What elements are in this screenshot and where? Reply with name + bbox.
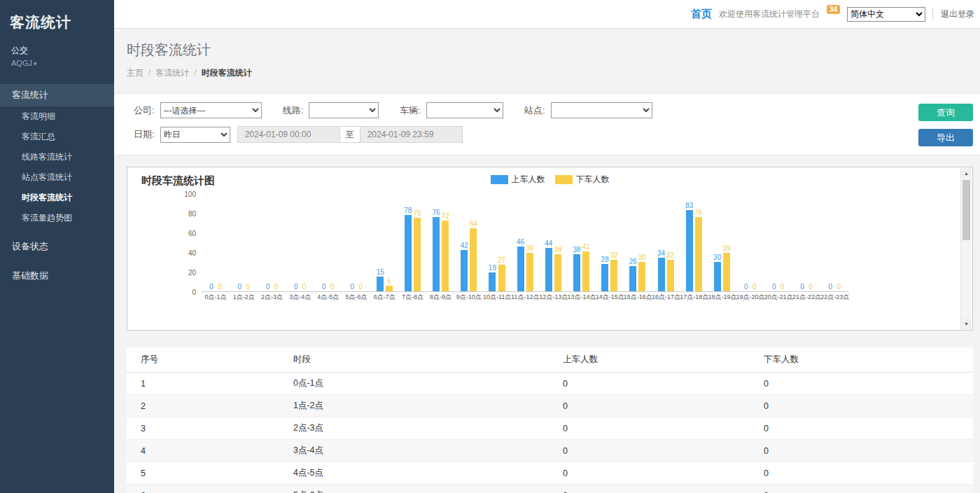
bar[interactable]: [610, 260, 617, 291]
bar-value-label: 0: [218, 283, 222, 291]
home-link[interactable]: 首页: [691, 8, 712, 21]
y-axis-tick: 100: [184, 190, 196, 198]
date-range-separator: 至: [340, 126, 360, 143]
date-from-input[interactable]: [237, 126, 340, 143]
chart-title: 时段车流统计图: [141, 174, 215, 186]
notification-badge[interactable]: 34: [827, 5, 840, 14]
table-cell: 0: [758, 373, 973, 395]
company-select[interactable]: ---请选择---: [160, 102, 262, 118]
bar[interactable]: [667, 260, 674, 291]
table-cell: 0: [557, 462, 758, 485]
table-header: 下车人数: [758, 347, 973, 373]
bar-pair: 00: [764, 194, 792, 292]
export-button[interactable]: 导出: [918, 129, 973, 146]
bar-column: 75: [413, 209, 421, 291]
bar[interactable]: [714, 262, 721, 291]
bar[interactable]: [470, 228, 477, 291]
bar[interactable]: [386, 286, 393, 291]
date-to-input[interactable]: [360, 126, 463, 143]
language-select[interactable]: 简体中文: [847, 7, 925, 22]
table-cell: 4: [127, 440, 288, 462]
sidebar-account-name: AQGJ: [11, 59, 32, 67]
x-axis-label: 2点-3点: [258, 292, 286, 302]
bar[interactable]: [442, 221, 449, 291]
sidebar-account-dropdown[interactable]: AQGJ▾: [0, 57, 114, 67]
sidebar-item[interactable]: 客流量趋势图: [0, 208, 114, 228]
bar-value-label: 64: [470, 220, 477, 228]
scrollbar-track[interactable]: [961, 179, 972, 319]
bar[interactable]: [526, 253, 533, 291]
table-header: 上车人数: [557, 347, 758, 373]
bar[interactable]: [405, 215, 412, 291]
page-title: 时段客流统计: [127, 41, 973, 60]
bar-column: 30: [713, 254, 721, 291]
bar[interactable]: [461, 250, 468, 291]
page-head: 时段客流统计 主页/客流统计/时段客流统计: [114, 29, 980, 93]
date-preset-select[interactable]: 昨日: [160, 127, 230, 143]
bar[interactable]: [582, 251, 589, 291]
query-button[interactable]: 查询: [918, 104, 973, 121]
bar[interactable]: [554, 254, 561, 291]
vehicle-select[interactable]: [426, 102, 503, 118]
bar-value-label: 34: [657, 249, 665, 257]
legend-item[interactable]: 下车人数: [555, 174, 610, 186]
chart-category-group: 002点-3点: [258, 194, 286, 302]
bar-column: 0: [779, 283, 786, 291]
legend-label: 下车人数: [576, 174, 610, 186]
bar[interactable]: [629, 266, 636, 291]
sidebar-item[interactable]: 时段客流统计: [0, 188, 114, 208]
scrollbar-thumb[interactable]: [962, 180, 970, 240]
bar[interactable]: [686, 210, 693, 291]
bar[interactable]: [517, 246, 524, 291]
bar[interactable]: [498, 265, 505, 291]
bar-value-label: 0: [752, 283, 757, 291]
bar-value-label: 0: [246, 283, 251, 291]
bar[interactable]: [433, 217, 440, 291]
legend-item[interactable]: 上车人数: [491, 174, 545, 186]
sidebar-item[interactable]: 线路客流统计: [0, 147, 114, 167]
breadcrumb-item[interactable]: 主页: [127, 68, 144, 78]
table-cell: 0: [557, 440, 758, 462]
y-axis-tick: 20: [188, 269, 196, 277]
bar[interactable]: [414, 218, 421, 291]
bar[interactable]: [573, 254, 580, 291]
bar[interactable]: [377, 277, 384, 291]
sidebar-item[interactable]: 客流明细: [0, 106, 114, 127]
x-axis-label: 19点-20点: [736, 292, 764, 302]
bar-column: 19: [489, 264, 496, 291]
line-select[interactable]: [309, 102, 379, 118]
sidebar-section-2[interactable]: 基础数据: [0, 265, 114, 287]
bar[interactable]: [723, 253, 730, 291]
bar[interactable]: [695, 217, 702, 291]
data-table-card: 序号时段上车人数下车人数 10点-1点0021点-2点0032点-3点0043点…: [127, 347, 973, 493]
chart-category-group: 192710点-11点: [483, 194, 511, 302]
bar[interactable]: [638, 262, 645, 291]
legend-label: 上车人数: [512, 174, 545, 186]
bar-column: 76: [694, 209, 702, 291]
bar-value-label: 19: [489, 264, 496, 272]
chart-card: 时段车流统计图 上车人数下车人数 020406080100 000点-1点001…: [127, 167, 973, 331]
main-area: 首页 欢迎使用客流统计管理平台 34 简体中文 退出登录 时段客流统计 主页/客…: [114, 0, 980, 493]
chart-scrollbar[interactable]: ▲ ▼: [960, 168, 972, 329]
station-select[interactable]: [551, 102, 652, 118]
table-cell: 0: [557, 485, 758, 493]
sidebar-item[interactable]: 客流汇总: [0, 127, 114, 147]
logout-link[interactable]: 退出登录: [932, 8, 974, 20]
sidebar-company-label: 公交: [0, 41, 114, 57]
scroll-down-icon[interactable]: ▼: [961, 319, 972, 329]
bar-column: 0: [743, 283, 750, 291]
sidebar-item[interactable]: 站点客流统计: [0, 167, 114, 188]
sidebar-section-0[interactable]: 客流统计: [0, 84, 114, 106]
scroll-up-icon[interactable]: ▲: [961, 168, 972, 179]
bar[interactable]: [658, 258, 665, 291]
table-cell: 0: [758, 417, 973, 440]
x-axis-label: 0点-1点: [202, 292, 230, 302]
bar[interactable]: [545, 248, 552, 291]
bar[interactable]: [601, 264, 608, 291]
breadcrumb-item[interactable]: 客流统计: [155, 68, 189, 78]
sidebar-section-1[interactable]: 设备状态: [0, 235, 114, 258]
bar[interactable]: [489, 272, 496, 291]
bar-pair: 00: [286, 194, 314, 292]
x-axis-label: 13点-14点: [567, 292, 595, 302]
bar-value-label: 39: [722, 244, 730, 252]
